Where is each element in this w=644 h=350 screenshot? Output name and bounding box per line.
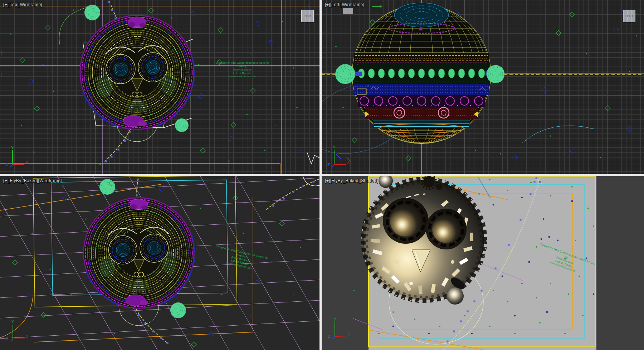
axis-gizmo: Y X Z <box>1 145 29 170</box>
viewport-canvas-camera-wire[interactable] <box>0 176 319 350</box>
axis-z-label: Z <box>327 162 330 167</box>
axis-z-label: Z <box>6 337 9 341</box>
wireframe-sphere <box>352 3 491 144</box>
owl-right-eye <box>432 215 460 243</box>
satellite-sphere-bottom <box>447 287 464 305</box>
viewport-canvas-top[interactable] <box>0 0 319 174</box>
axis-gizmo: Y X Z <box>1 319 30 345</box>
viewport-label-camera-shaded[interactable]: [+][FlyBy_Baked][Shaded] <box>325 178 378 183</box>
quad-viewport-stage: Created for Intel Corporation as a work … <box>0 0 644 350</box>
axis-x-label: X <box>347 160 350 164</box>
owl-left-eye <box>390 205 421 237</box>
viewport-left[interactable]: Y X Z [+][Left][Wireframe] LEFT <box>322 0 644 174</box>
axis-x-label: X <box>348 332 351 337</box>
axis-y-label: Y <box>11 320 14 324</box>
viewcube-left[interactable]: LEFT <box>623 10 635 22</box>
axis-y-label: Y <box>11 145 14 150</box>
viewcube-top[interactable]: TOP <box>301 10 314 22</box>
axis-x-label: X <box>25 160 28 164</box>
viewport-label-camera-wire[interactable]: [+][FlyBy_Baked][Wireframe] <box>3 178 62 183</box>
axis-gizmo: Y X Z <box>323 316 352 342</box>
axis-x-label: X <box>26 334 29 339</box>
axis-gizmo: Y X Z <box>322 145 351 170</box>
viewport-label-top[interactable]: [+][Top][Wireframe] <box>3 2 42 7</box>
viewport-camera-wireframe[interactable]: Created for Intel Corporation as a work … <box>0 176 319 350</box>
viewport-canvas-left[interactable] <box>322 0 644 174</box>
axis-z-label: Z <box>328 334 331 339</box>
viewport-camera-shaded[interactable]: Created for Intel Corporation as a work … <box>322 176 644 350</box>
viewport-label-left[interactable]: [+][Left][Wireframe] <box>325 2 364 7</box>
axis-y-label: Y <box>333 317 336 321</box>
axis-y-label: Y <box>333 145 336 150</box>
axis-z-label: Z <box>6 162 8 167</box>
credit-text: Created for Intel Corporation as a work … <box>214 61 270 78</box>
viewport-top[interactable]: Created for Intel Corporation as a work … <box>0 0 319 174</box>
